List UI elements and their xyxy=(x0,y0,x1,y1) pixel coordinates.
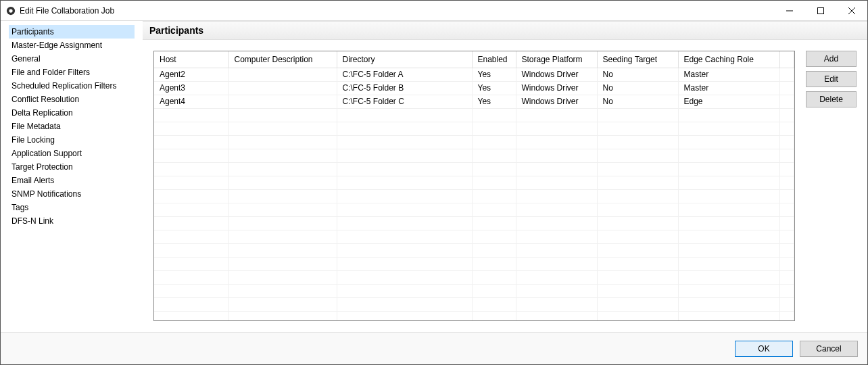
nav-sidebar: ParticipantsMaster-Edge AssignmentGenera… xyxy=(1,21,143,332)
table-cell xyxy=(154,243,228,257)
table-cell xyxy=(779,162,794,176)
dialog-window: Edit File Collaboration Job Participants… xyxy=(0,0,868,365)
table-cell xyxy=(678,108,779,122)
sidebar-item[interactable]: SNMP Notifications xyxy=(9,187,135,201)
cancel-button[interactable]: Cancel xyxy=(800,341,858,357)
table-cell: Windows Driver xyxy=(516,81,597,95)
minimize-button[interactable] xyxy=(774,1,805,21)
table-cell xyxy=(516,176,597,189)
table-cell: No xyxy=(597,95,678,108)
table-row xyxy=(154,297,794,311)
table-cell xyxy=(154,122,228,135)
sidebar-item[interactable]: Email Alerts xyxy=(9,174,135,187)
table-cell xyxy=(154,135,228,149)
table-cell xyxy=(154,149,228,162)
table-cell xyxy=(516,162,597,176)
sidebar-item[interactable]: File and Folder Filters xyxy=(9,66,135,79)
table-cell: Yes xyxy=(472,81,516,95)
sidebar-item[interactable]: File Metadata xyxy=(9,120,135,133)
sidebar-item[interactable]: Conflict Resolution xyxy=(9,93,135,106)
table-cell: Windows Driver xyxy=(516,95,597,108)
table-cell xyxy=(337,216,472,230)
sidebar-item[interactable]: File Locking xyxy=(9,133,135,147)
table-row[interactable]: Agent2C:\FC-5 Folder AYesWindows DriverN… xyxy=(154,68,794,81)
table-row xyxy=(154,189,794,203)
participants-table[interactable]: Host Computer Description Directory Enab… xyxy=(154,51,794,321)
col-host[interactable]: Host xyxy=(154,51,228,68)
col-storage-platform[interactable]: Storage Platform xyxy=(516,51,597,68)
table-cell xyxy=(516,216,597,230)
table-cell xyxy=(597,108,678,122)
sidebar-item[interactable]: Master-Edge Assignment xyxy=(9,39,135,52)
table-cell xyxy=(228,203,337,216)
table-cell xyxy=(678,176,779,189)
table-cell xyxy=(779,203,794,216)
delete-button[interactable]: Delete xyxy=(806,91,857,107)
table-header-row: Host Computer Description Directory Enab… xyxy=(154,51,794,68)
close-button[interactable] xyxy=(836,1,867,21)
table-cell: Agent3 xyxy=(154,81,228,95)
table-row[interactable]: Agent3C:\FC-5 Folder BYesWindows DriverN… xyxy=(154,81,794,95)
table-cell xyxy=(337,135,472,149)
col-directory[interactable]: Directory xyxy=(337,51,472,68)
table-cell xyxy=(154,108,228,122)
main-content: Host Computer Description Directory Enab… xyxy=(143,40,867,332)
table-cell xyxy=(228,230,337,243)
table-cell xyxy=(472,135,516,149)
sidebar-item[interactable]: Scheduled Replication Filters xyxy=(9,79,135,93)
table-cell xyxy=(228,311,337,321)
table-cell: C:\FC-5 Folder B xyxy=(337,81,472,95)
table-cell xyxy=(154,284,228,297)
sidebar-item[interactable]: General xyxy=(9,52,135,66)
sidebar-item[interactable]: Tags xyxy=(9,201,135,214)
col-enabled[interactable]: Enabled xyxy=(472,51,516,68)
col-seeding-target[interactable]: Seeding Target xyxy=(597,51,678,68)
table-cell xyxy=(228,68,337,81)
table-cell xyxy=(678,162,779,176)
table-cell xyxy=(472,284,516,297)
table-row[interactable]: Agent4C:\FC-5 Folder CYesWindows DriverN… xyxy=(154,95,794,108)
table-cell xyxy=(228,135,337,149)
table-cell: Edge xyxy=(678,95,779,108)
table-cell xyxy=(228,297,337,311)
table-cell xyxy=(597,311,678,321)
ok-button[interactable]: OK xyxy=(735,341,793,357)
table-cell xyxy=(337,297,472,311)
table-cell xyxy=(597,203,678,216)
table-cell xyxy=(472,108,516,122)
table-cell xyxy=(228,216,337,230)
table-cell: Yes xyxy=(472,68,516,81)
table-cell xyxy=(678,149,779,162)
add-button[interactable]: Add xyxy=(806,51,857,67)
table-cell: Yes xyxy=(472,95,516,108)
table-cell xyxy=(779,230,794,243)
table-row xyxy=(154,135,794,149)
table-cell xyxy=(678,122,779,135)
sidebar-item[interactable]: Delta Replication xyxy=(9,106,135,120)
edit-button[interactable]: Edit xyxy=(806,71,857,87)
table-cell xyxy=(779,81,794,95)
table-cell xyxy=(472,203,516,216)
col-computer-description[interactable]: Computer Description xyxy=(228,51,337,68)
sidebar-item[interactable]: Participants xyxy=(9,25,135,39)
sidebar-item[interactable]: DFS-N Link xyxy=(9,214,135,228)
svg-point-1 xyxy=(9,9,12,12)
table-cell xyxy=(228,257,337,270)
table-cell xyxy=(472,162,516,176)
table-cell xyxy=(228,122,337,135)
table-cell xyxy=(228,162,337,176)
sidebar-item[interactable]: Target Protection xyxy=(9,160,135,174)
table-cell xyxy=(154,311,228,321)
col-edge-caching-role[interactable]: Edge Caching Role xyxy=(678,51,779,68)
maximize-button[interactable] xyxy=(805,1,836,21)
table-cell xyxy=(154,230,228,243)
table-cell xyxy=(337,162,472,176)
sidebar-item[interactable]: Application Support xyxy=(9,147,135,160)
table-cell xyxy=(154,189,228,203)
table-cell xyxy=(228,176,337,189)
table-cell xyxy=(516,122,597,135)
window-controls xyxy=(774,1,867,21)
table-cell xyxy=(779,284,794,297)
table-cell xyxy=(516,243,597,257)
table-row xyxy=(154,311,794,321)
